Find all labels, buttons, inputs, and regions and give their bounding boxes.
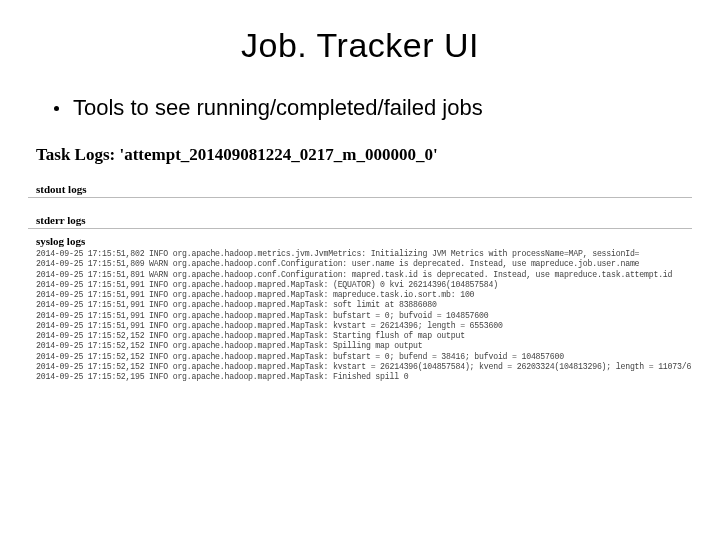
stderr-section-label: stderr logs xyxy=(28,214,692,226)
divider xyxy=(28,228,692,229)
slide-title: Job. Tracker UI xyxy=(36,26,684,65)
task-logs-prefix: Task Logs: xyxy=(36,145,119,164)
slide: Job. Tracker UI Tools to see running/com… xyxy=(0,0,720,382)
syslog-log-output: 2014-09-25 17:15:51,802 INFO org.apache.… xyxy=(28,249,692,382)
divider xyxy=(28,197,692,198)
task-logs-heading: Task Logs: 'attempt_201409081224_0217_m_… xyxy=(28,145,692,165)
embedded-screenshot: Task Logs: 'attempt_201409081224_0217_m_… xyxy=(28,145,692,382)
syslog-section-label: syslog logs xyxy=(28,235,692,247)
bullet-text: Tools to see running/completed/failed jo… xyxy=(73,95,483,121)
bullet-item: Tools to see running/completed/failed jo… xyxy=(54,95,684,121)
task-logs-attempt-id: 'attempt_201409081224_0217_m_000000_0' xyxy=(119,145,437,164)
bullet-dot-icon xyxy=(54,106,59,111)
stdout-section-label: stdout logs xyxy=(28,183,692,195)
